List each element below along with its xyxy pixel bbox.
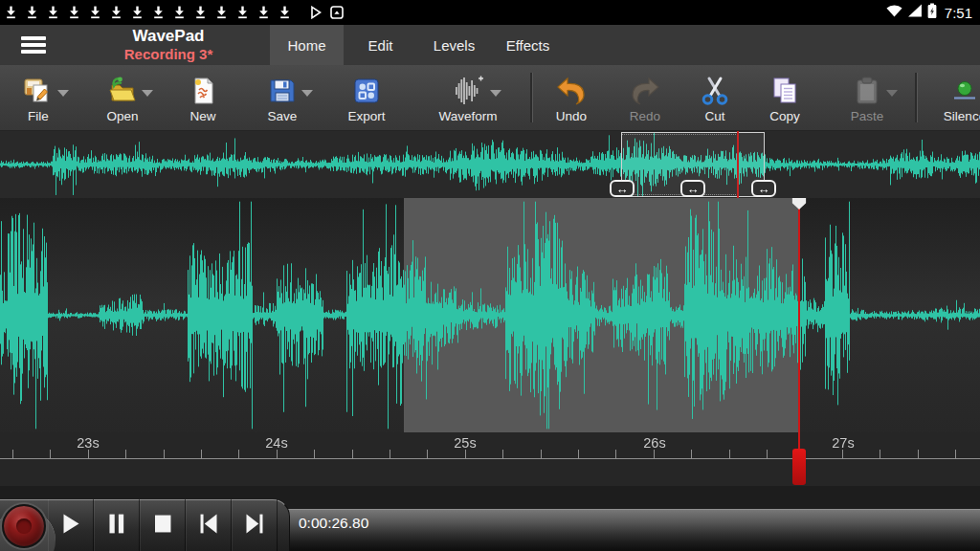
cellular-signal-icon — [907, 4, 923, 21]
menu-button[interactable] — [0, 25, 67, 65]
next-icon — [239, 509, 270, 542]
silence-icon — [948, 73, 980, 108]
ribbon-toolbar: FileOpenNewSaveExportWaveformUndoRedoCut… — [0, 65, 980, 131]
new-button[interactable]: New — [168, 65, 237, 130]
toolbar-item-label: Cut — [704, 109, 724, 123]
tab-edit[interactable]: Edit — [344, 25, 417, 65]
dropdown-caret-icon[interactable] — [142, 90, 153, 97]
redo-button[interactable]: Redo — [611, 65, 679, 130]
undo-icon — [554, 73, 589, 108]
toolbar-item-label: Save — [268, 109, 298, 123]
dropdown-caret-icon[interactable] — [301, 90, 313, 97]
download-icon — [90, 6, 100, 19]
open-folder-icon — [106, 73, 139, 108]
toolbar-item-label: New — [189, 109, 215, 123]
copy-icon — [768, 73, 801, 108]
download-icon — [216, 6, 227, 19]
status-bar-system-icons: 7:51 — [886, 3, 980, 23]
time-display: 0:00:26.80 — [299, 513, 368, 534]
overview-selection-handle[interactable]: ↔ — [610, 180, 635, 197]
file-icon — [22, 73, 55, 108]
wavepad-app-window: 7:51 WavePad Recording 3* HomeEditLevels… — [0, 0, 980, 551]
status-bar-notification-icons — [0, 6, 886, 19]
toolbar-item-label: File — [28, 109, 49, 123]
paste-icon — [851, 73, 883, 108]
dropdown-caret-icon[interactable] — [57, 90, 69, 97]
status-bar-clock: 7:51 — [945, 5, 972, 21]
cut-button[interactable]: Cut — [679, 65, 750, 130]
next-button[interactable] — [232, 499, 278, 551]
paste-button[interactable]: Paste — [819, 65, 915, 130]
download-icon — [258, 6, 269, 19]
document-name: Recording 3* — [67, 46, 270, 62]
main-waveform-canvas[interactable] — [0, 198, 980, 432]
ruler-time-label: 24s — [265, 435, 287, 451]
tab-home[interactable]: Home — [270, 25, 344, 65]
ruler-time-label: 25s — [454, 435, 476, 451]
ruler-time-label: 23s — [77, 435, 99, 451]
overview-playhead-line — [737, 131, 739, 198]
transport-bar: 0:00:26.80 — [0, 486, 980, 551]
tab-effects[interactable]: Effects — [491, 25, 565, 65]
ruler-playhead-thumb[interactable] — [792, 449, 806, 485]
record-button[interactable] — [2, 504, 46, 548]
download-icon — [132, 6, 143, 19]
file-button[interactable]: File — [0, 65, 77, 130]
overview-selection-handle[interactable]: ↔ — [680, 180, 705, 197]
download-icon — [27, 6, 37, 19]
export-icon — [350, 73, 383, 108]
silence-button[interactable]: Silence — [917, 65, 980, 130]
download-icon — [153, 6, 164, 19]
main-waveform-view — [0, 198, 980, 432]
waveform-button[interactable]: Waveform — [406, 65, 530, 130]
redo-icon — [628, 73, 662, 108]
previous-button[interactable] — [186, 499, 232, 551]
toolbar-item-label: Waveform — [438, 109, 497, 123]
download-icon — [111, 6, 122, 19]
toolbar-item-label: Open — [106, 109, 138, 123]
hamburger-icon — [21, 36, 46, 54]
copy-button[interactable]: Copy — [750, 65, 819, 130]
battery-charging-icon — [927, 3, 937, 23]
download-icon — [69, 6, 79, 19]
wifi-icon — [886, 4, 902, 21]
save-button[interactable]: Save — [237, 65, 327, 130]
time-ruler: 23s24s25s26s27s — [0, 432, 980, 486]
toolbar-item-label: Silence — [944, 109, 980, 123]
dropdown-caret-icon[interactable] — [886, 90, 898, 97]
app-header-bar: WavePad Recording 3* HomeEditLevelsEffec… — [0, 25, 980, 65]
cut-icon — [699, 73, 731, 108]
download-icon — [279, 6, 290, 19]
stop-button[interactable] — [140, 499, 186, 551]
export-button[interactable]: Export — [327, 65, 406, 130]
download-icon — [6, 6, 16, 19]
download-icon — [237, 6, 248, 19]
new-document-icon — [187, 73, 219, 108]
play-button[interactable] — [48, 499, 94, 551]
toolbar-item-label: Paste — [851, 109, 884, 123]
open-button[interactable]: Open — [77, 65, 168, 130]
save-icon — [266, 73, 299, 108]
tab-levels[interactable]: Levels — [417, 25, 491, 65]
stop-icon — [147, 509, 178, 542]
title-block: WavePad Recording 3* — [67, 25, 270, 65]
ribbon-tabs: HomeEditLevelsEffects — [270, 25, 565, 65]
overview-selection-box — [621, 134, 738, 195]
playhead-line — [798, 198, 800, 432]
waveform-icon — [449, 73, 487, 108]
overview-selection-handle[interactable]: ↔ — [751, 180, 776, 197]
toolbar-item-label: Export — [347, 109, 385, 123]
toolbar-item-label: Redo — [630, 109, 660, 123]
overview-waveform-canvas[interactable] — [0, 131, 980, 198]
ruler-playhead-line — [798, 432, 800, 450]
android-status-bar: 7:51 — [0, 0, 980, 25]
play-icon — [56, 509, 86, 542]
ruler-time-label: 26s — [643, 435, 665, 451]
download-icon — [48, 6, 58, 19]
undo-button[interactable]: Undo — [532, 65, 611, 130]
download-icon — [174, 6, 185, 19]
toolbar-item-label: Undo — [556, 109, 587, 123]
pause-button[interactable] — [94, 499, 140, 551]
dropdown-caret-icon[interactable] — [490, 90, 501, 97]
previous-icon — [193, 509, 224, 542]
